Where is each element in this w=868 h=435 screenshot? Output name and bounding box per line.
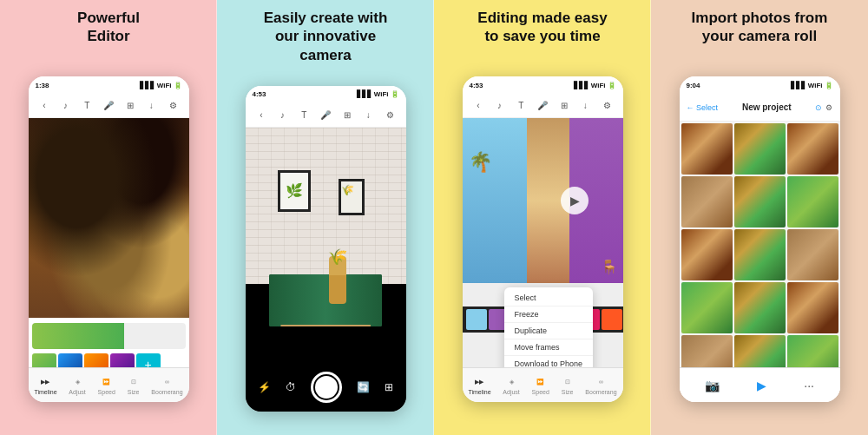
photo-cell-11[interactable] bbox=[734, 282, 786, 333]
room-dresser bbox=[269, 274, 382, 326]
grid-icon[interactable]: ⊞ bbox=[385, 381, 393, 393]
text-icon-3[interactable]: T bbox=[514, 99, 528, 113]
phone-1-time: 1:38 bbox=[36, 82, 49, 89]
phone-2: 4:53 ▋▋▋ WiFi 🔋 ‹ ♪ T 🎤 ⊞ ↓ ⚙ bbox=[246, 86, 406, 412]
photo-cell-1[interactable] bbox=[681, 123, 733, 175]
size-icon: ⊡ bbox=[128, 376, 140, 388]
timeline-icon-3: ▶▶ bbox=[473, 376, 485, 388]
phone-3-time: 4:53 bbox=[470, 82, 483, 89]
sort-icon[interactable]: ⊙ bbox=[815, 103, 822, 112]
select-back-button[interactable]: ← Select bbox=[687, 103, 719, 112]
music-icon[interactable]: ♪ bbox=[59, 99, 73, 113]
music-icon-2[interactable]: ♪ bbox=[276, 108, 290, 122]
battery-icon-3: 🔋 bbox=[608, 82, 616, 89]
phone-3-status-icons: ▋▋▋ WiFi 🔋 bbox=[574, 82, 616, 89]
thumbnail-3 bbox=[84, 353, 108, 367]
menu-move-frames[interactable]: Move frames bbox=[504, 339, 594, 356]
timeline-bar[interactable] bbox=[32, 323, 186, 349]
lightning-icon[interactable]: ⚡ bbox=[258, 381, 271, 393]
phone-4-statusbar: 9:04 ▋▋▋ WiFi 🔋 bbox=[680, 76, 840, 94]
download-icon-3[interactable]: ↓ bbox=[578, 99, 592, 113]
phone-4: 9:04 ▋▋▋ WiFi 🔋 ← Select New project ⊙ ⚙ bbox=[680, 76, 840, 402]
tab-3-speed[interactable]: ⏩ Speed bbox=[532, 376, 549, 395]
settings-icon[interactable]: ⚙ bbox=[166, 99, 180, 113]
photo-grid-container bbox=[680, 122, 840, 402]
adjust-icon: ◈ bbox=[71, 376, 83, 388]
tab-boomerang[interactable]: ∞ Boomerang bbox=[151, 376, 182, 395]
play-button[interactable]: ▶ bbox=[561, 187, 589, 214]
tab-3-timeline[interactable]: ▶▶ Timeline bbox=[468, 376, 490, 395]
more-bottom-icon[interactable]: ··· bbox=[804, 379, 814, 392]
timeline-tab-icon: ▶▶ bbox=[39, 376, 51, 388]
food-overlay bbox=[29, 118, 189, 318]
photo-cell-8[interactable] bbox=[734, 229, 786, 280]
mic-icon-3[interactable]: 🎤 bbox=[536, 99, 549, 113]
section-1-title: PowerfulEditor bbox=[67, 0, 150, 51]
photo-cell-4[interactable] bbox=[681, 176, 733, 227]
text-icon[interactable]: T bbox=[80, 99, 94, 113]
download-icon[interactable]: ↓ bbox=[144, 99, 158, 113]
wifi-icon-2: WiFi bbox=[374, 90, 389, 98]
palm-trees: 🌴 bbox=[469, 151, 492, 174]
signal-icon-4: ▋▋▋ bbox=[791, 82, 806, 89]
menu-select[interactable]: Select bbox=[504, 290, 594, 306]
back-icon[interactable]: ‹ bbox=[37, 99, 51, 113]
wifi-icon: WiFi bbox=[157, 82, 172, 89]
more-icon[interactable]: ⚙ bbox=[825, 103, 832, 112]
film-1 bbox=[466, 309, 487, 330]
settings-icon-3[interactable]: ⚙ bbox=[600, 99, 614, 113]
tab-timeline-label: Timeline bbox=[34, 389, 56, 395]
tab-size-label: Size bbox=[128, 389, 140, 395]
phone-3-container: 4:53 ▋▋▋ WiFi 🔋 ‹ ♪ T 🎤 ⊞ ↓ ⚙ bbox=[434, 51, 651, 436]
tab-3-adjust[interactable]: ◈ Adjust bbox=[503, 376, 519, 395]
back-icon-2[interactable]: ‹ bbox=[254, 108, 268, 122]
timer-icon[interactable]: ⏱ bbox=[286, 381, 296, 393]
text-icon-2[interactable]: T bbox=[297, 108, 311, 122]
phone-1-statusbar: 1:38 ▋▋▋ WiFi 🔋 bbox=[29, 76, 189, 94]
adjust-icon-3: ◈ bbox=[505, 376, 517, 388]
mic-icon[interactable]: 🎤 bbox=[102, 99, 115, 113]
context-menu: Select Freeze Duplicate Move frames Down… bbox=[504, 287, 594, 367]
phone-2-toolbar: ‹ ♪ T 🎤 ⊞ ↓ ⚙ bbox=[246, 103, 406, 128]
music-icon-3[interactable]: ♪ bbox=[493, 99, 507, 113]
menu-freeze[interactable]: Freeze bbox=[504, 306, 594, 323]
format-icon-2[interactable]: ⊞ bbox=[340, 108, 354, 122]
section-3-title: Editing made easyto save you time bbox=[467, 0, 617, 51]
phone-1-status-icons: ▋▋▋ WiFi 🔋 bbox=[140, 82, 182, 89]
menu-download[interactable]: Download to Phone bbox=[504, 356, 594, 367]
menu-duplicate[interactable]: Duplicate bbox=[504, 323, 594, 339]
photo-cell-9[interactable] bbox=[787, 229, 838, 280]
photos-bottom-icon[interactable]: ▶ bbox=[757, 379, 766, 392]
format-icon[interactable]: ⊞ bbox=[123, 99, 137, 113]
photo-cell-7[interactable] bbox=[681, 229, 733, 280]
flip-icon[interactable]: 🔄 bbox=[357, 381, 370, 393]
photo-grid bbox=[680, 122, 840, 388]
back-icon-3[interactable]: ‹ bbox=[471, 99, 485, 113]
photo-cell-5[interactable] bbox=[734, 176, 786, 227]
format-icon-3[interactable]: ⊞ bbox=[557, 99, 571, 113]
photo-cell-10[interactable] bbox=[681, 282, 733, 333]
thumbnail-add[interactable]: + bbox=[136, 353, 161, 367]
speed-icon-3: ⏩ bbox=[535, 376, 547, 388]
download-icon-2[interactable]: ↓ bbox=[361, 108, 375, 122]
photo-cell-2[interactable] bbox=[734, 123, 786, 175]
tab-size[interactable]: ⊡ Size bbox=[128, 376, 140, 395]
photo-cell-6[interactable] bbox=[787, 176, 838, 227]
phone-1-toolbar: ‹ ♪ T 🎤 ⊞ ↓ ⚙ bbox=[29, 94, 189, 118]
pink-chairs: 🪑 bbox=[601, 259, 618, 275]
settings-icon-2[interactable]: ⚙ bbox=[383, 108, 397, 122]
section-4-title: Import photos fromyour camera roll bbox=[681, 0, 838, 51]
tab-3-size[interactable]: ⊡ Size bbox=[562, 376, 574, 395]
tab-speed[interactable]: ⏩ Speed bbox=[98, 376, 115, 395]
tab-timeline[interactable]: ▶▶ Timeline bbox=[34, 376, 56, 395]
tab-adjust[interactable]: ◈ Adjust bbox=[69, 376, 85, 395]
mic-icon-2[interactable]: 🎤 bbox=[319, 108, 332, 122]
photo-cell-3[interactable] bbox=[787, 123, 838, 175]
tab-3-adjust-label: Adjust bbox=[503, 389, 519, 395]
shutter-button[interactable] bbox=[311, 372, 342, 403]
camera-bottom-icon[interactable]: 📷 bbox=[705, 379, 720, 392]
phone-4-time: 9:04 bbox=[687, 82, 700, 89]
photo-cell-12[interactable] bbox=[787, 282, 838, 333]
tab-3-boomerang[interactable]: ∞ Boomerang bbox=[585, 376, 616, 395]
phone-2-camera-view: 🌿 🌾 🌾 ⚡ bbox=[246, 128, 406, 412]
